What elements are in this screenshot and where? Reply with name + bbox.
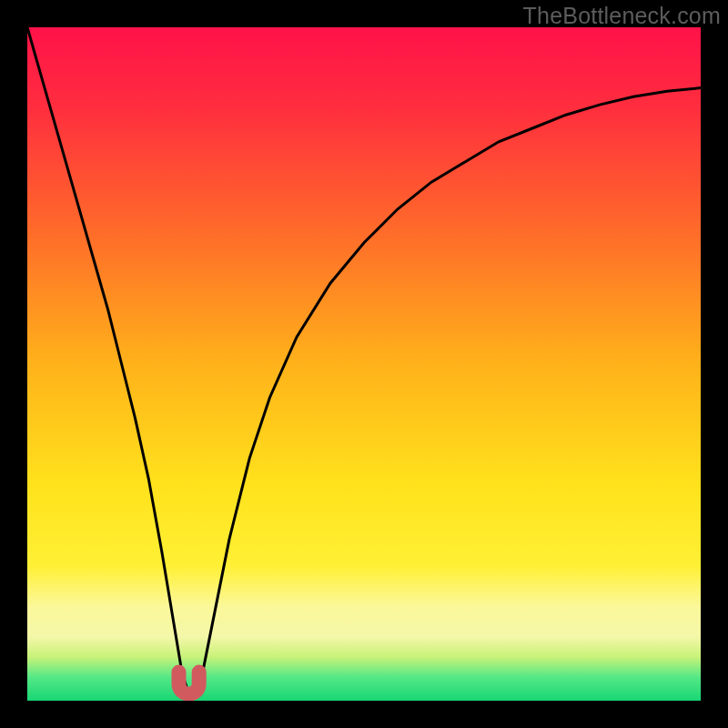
chart-svg [27,27,701,701]
watermark-text: TheBottleneck.com [523,3,721,29]
gradient-background [27,27,701,701]
plot-area [27,27,701,701]
outer-frame: TheBottleneck.com [0,0,728,728]
